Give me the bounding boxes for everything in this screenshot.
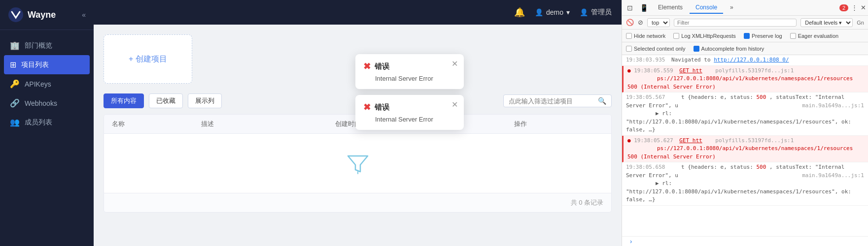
admin-icon: 👤 (580, 8, 588, 16)
log-levels-select[interactable]: Default levels ▾ (800, 18, 853, 27)
error-dot-1: ● (627, 67, 634, 74)
log-time-2: 19:38:05.559 (634, 67, 673, 74)
user-menu[interactable]: 👤 demo ▾ (535, 8, 570, 16)
toast-error-1: ✖ 错误 ✕ Internal Server Error (355, 54, 464, 89)
sidebar-label-apikeys: APIKeys (25, 80, 51, 88)
main-area: 🔔 👤 demo ▾ 👤 管理员 + 创建项目 所有内容 已收藏 展示列 🔍 (94, 0, 622, 246)
admin-menu[interactable]: 👤 管理员 (580, 8, 612, 17)
log-url-2: ps://127.0.0.1:8080/api/v1/kubernetes/na… (627, 145, 853, 160)
context-select[interactable]: top (647, 18, 670, 27)
log-entry-status-2: 19:38:05.658 t {headers: e, status: 500 … (622, 162, 868, 206)
log-time-5: 19:38:05.658 (626, 164, 665, 170)
error-badge: 2 (839, 4, 848, 11)
toast-2-header: ✖ 错误 (363, 102, 456, 113)
admin-label: 管理员 (591, 8, 612, 17)
log-text-3: t {headers: e, status: (671, 94, 756, 100)
devtools-settings-icon[interactable]: ⋮ (851, 4, 858, 11)
sidebar-item-dept-overview[interactable]: 🏢 部门概览 (0, 36, 94, 55)
sidebar-item-members[interactable]: 👥 成员列表 (0, 113, 94, 132)
eager-eval-label: Eager evaluation (798, 33, 839, 39)
create-project-card[interactable]: + 创建项目 (104, 34, 192, 84)
log-xml-option[interactable]: Log XMLHttpRequests (673, 33, 736, 39)
app-logo (8, 7, 24, 23)
filter-display-button[interactable]: 展示列 (188, 93, 222, 108)
webhooks-icon: 🔗 (10, 98, 20, 108)
filter-all-button[interactable]: 所有内容 (104, 93, 144, 108)
preserve-log-checkbox[interactable] (744, 33, 750, 39)
autocomplete-checkbox[interactable] (694, 46, 699, 52)
filter-search-box: 🔍 (503, 94, 612, 107)
toast-error-2: ✖ 错误 ✕ Internal Server Error (355, 95, 464, 130)
empty-funnel-icon (346, 151, 370, 176)
tab-more[interactable]: » (724, 2, 739, 14)
log-link-1[interactable]: http://127.0.0.1:808 0/ (714, 57, 789, 63)
log-time-1: 19:38:03.935 (626, 57, 665, 63)
devtools-close-icon[interactable]: ✕ (861, 4, 866, 11)
preserve-log-option[interactable]: Preserve log (744, 33, 782, 39)
eager-eval-option[interactable]: Eager evaluation (790, 33, 839, 39)
clear-console-icon[interactable]: 🚫 (626, 19, 634, 26)
error-dot-2: ● (627, 137, 634, 144)
log-text-1: Navigated to (671, 57, 714, 63)
selected-context-option[interactable]: Selected context only (626, 46, 686, 52)
tab-elements[interactable]: Elements (652, 2, 689, 14)
svg-marker-1 (348, 156, 368, 172)
toast-2-close-button[interactable]: ✕ (451, 100, 458, 109)
toast-1-close-button[interactable]: ✕ (451, 59, 458, 68)
error-icon-2: ✖ (363, 102, 371, 113)
create-project-label: + 创建项目 (129, 54, 167, 64)
hide-network-option[interactable]: Hide network (626, 33, 665, 39)
console-options: Hide network Log XMLHttpRequests Preserv… (622, 30, 868, 42)
members-icon: 👥 (10, 118, 20, 127)
sidebar-nav: 🏢 部门概览 ⊞ 项目列表 🔑 APIKeys 🔗 Webhooks 👥 成员列… (0, 30, 94, 246)
log-entry-status-1: 19:38:05.567 t {headers: e, status: 500 … (622, 92, 868, 136)
hide-network-checkbox[interactable] (626, 33, 632, 39)
console-expand-button[interactable]: › (626, 236, 636, 246)
sidebar-item-webhooks[interactable]: 🔗 Webhooks (0, 93, 94, 113)
top-header: 🔔 👤 demo ▾ 👤 管理员 (94, 0, 622, 25)
filter-icon[interactable]: ⊘ (638, 19, 643, 26)
devtools-panel: ⊡ 📱 Elements Console » 2 ⋮ ✕ 🚫 ⊘ top Def… (622, 0, 868, 246)
sidebar-label-members: 成员列表 (25, 118, 52, 127)
log-xml-checkbox[interactable] (673, 33, 679, 39)
apikeys-icon: 🔑 (10, 79, 20, 89)
tab-console[interactable]: Console (690, 2, 723, 14)
preserve-log-label: Preserve log (752, 33, 782, 39)
log-url-1: ps://127.0.0.1:8080/api/v1/kubernetes/na… (627, 75, 853, 90)
toast-1-message: Internal Server Error (363, 75, 456, 82)
devtools-tab-bar: ⊡ 📱 Elements Console » 2 ⋮ ✕ (622, 0, 868, 16)
sidebar-collapse-button[interactable]: « (82, 11, 86, 19)
devtools-dock-icon[interactable]: ⊡ (624, 4, 636, 12)
sidebar-item-apikeys[interactable]: 🔑 APIKeys (0, 74, 94, 93)
sidebar-item-project-list[interactable]: ⊞ 项目列表 (4, 55, 90, 74)
log-get-2[interactable]: GET htt (679, 137, 702, 144)
autocomplete-label: Autocomplete from history (701, 46, 764, 52)
notification-bell-icon[interactable]: 🔔 (514, 7, 525, 18)
filter-collected-button[interactable]: 已收藏 (149, 93, 183, 108)
main-content: + 创建项目 所有内容 已收藏 展示列 🔍 名称 描述 创建时间 创建者 操作 (94, 25, 622, 246)
sidebar-label-webhooks: Webhooks (25, 99, 57, 107)
sidebar: Wayne « 🏢 部门概览 ⊞ 项目列表 🔑 APIKeys 🔗 Webhoo… (0, 0, 94, 246)
devtools-right-icons: 2 ⋮ ✕ (839, 4, 866, 11)
tab-more-label: » (730, 4, 733, 11)
autocomplete-option[interactable]: Autocomplete from history (694, 46, 764, 52)
selected-context-label: Selected context only (634, 46, 686, 52)
table-body (104, 134, 611, 193)
toast-1-title: 错误 (375, 62, 389, 71)
sidebar-label-dept: 部门概览 (25, 41, 52, 50)
devtools-mobile-icon[interactable]: 📱 (637, 4, 651, 12)
col-actions: 操作 (514, 120, 603, 128)
eager-eval-checkbox[interactable] (790, 33, 796, 39)
log-xml-label: Log XMLHttpRequests (681, 33, 736, 39)
col-name: 名称 (112, 120, 201, 128)
toast-2-message: Internal Server Error (363, 116, 456, 123)
log-source-3: main.9a1649a...js:1 (802, 102, 864, 110)
console-log: 19:38:03.935 Navigated to http://127.0.0… (622, 55, 868, 236)
log-source-5: main.9a1649a...js:1 (802, 172, 864, 180)
log-get-1[interactable]: GET htt (679, 67, 702, 74)
svg-point-0 (8, 7, 23, 22)
search-input[interactable] (509, 97, 595, 105)
selected-context-checkbox[interactable] (626, 46, 632, 52)
log-time-4: 19:38:05.627 (634, 137, 673, 144)
console-filter-input[interactable] (674, 19, 797, 27)
